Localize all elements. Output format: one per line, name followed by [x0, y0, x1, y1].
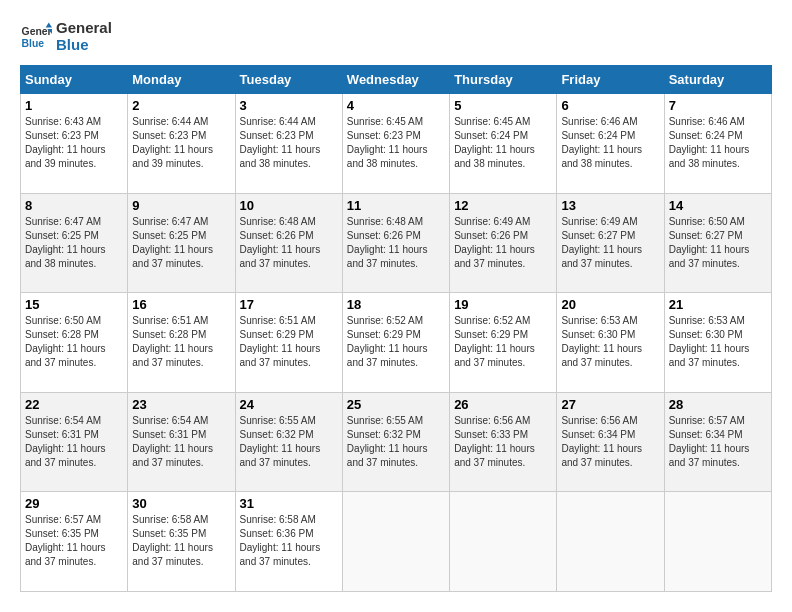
calendar-cell: 4 Sunrise: 6:45 AMSunset: 6:23 PMDayligh…	[342, 94, 449, 194]
calendar-cell: 31 Sunrise: 6:58 AMSunset: 6:36 PMDaylig…	[235, 492, 342, 592]
page: General Blue General Blue SundayMondayTu…	[0, 0, 792, 612]
calendar-row: 8 Sunrise: 6:47 AMSunset: 6:25 PMDayligh…	[21, 193, 772, 293]
weekday-header-friday: Friday	[557, 66, 664, 94]
svg-marker-2	[46, 22, 52, 27]
calendar-cell	[450, 492, 557, 592]
day-number: 18	[347, 297, 445, 312]
day-info: Sunrise: 6:50 AMSunset: 6:28 PMDaylight:…	[25, 315, 106, 368]
day-number: 26	[454, 397, 552, 412]
day-info: Sunrise: 6:54 AMSunset: 6:31 PMDaylight:…	[25, 415, 106, 468]
day-number: 21	[669, 297, 767, 312]
logo: General Blue General Blue	[20, 20, 112, 53]
day-info: Sunrise: 6:58 AMSunset: 6:35 PMDaylight:…	[132, 514, 213, 567]
calendar-cell: 30 Sunrise: 6:58 AMSunset: 6:35 PMDaylig…	[128, 492, 235, 592]
svg-text:Blue: Blue	[22, 37, 45, 48]
day-info: Sunrise: 6:57 AMSunset: 6:35 PMDaylight:…	[25, 514, 106, 567]
calendar-cell: 27 Sunrise: 6:56 AMSunset: 6:34 PMDaylig…	[557, 392, 664, 492]
calendar-row: 29 Sunrise: 6:57 AMSunset: 6:35 PMDaylig…	[21, 492, 772, 592]
calendar-cell: 3 Sunrise: 6:44 AMSunset: 6:23 PMDayligh…	[235, 94, 342, 194]
calendar-cell	[664, 492, 771, 592]
calendar-cell: 1 Sunrise: 6:43 AMSunset: 6:23 PMDayligh…	[21, 94, 128, 194]
day-info: Sunrise: 6:46 AMSunset: 6:24 PMDaylight:…	[669, 116, 750, 169]
calendar-cell: 17 Sunrise: 6:51 AMSunset: 6:29 PMDaylig…	[235, 293, 342, 393]
day-info: Sunrise: 6:56 AMSunset: 6:34 PMDaylight:…	[561, 415, 642, 468]
day-info: Sunrise: 6:52 AMSunset: 6:29 PMDaylight:…	[454, 315, 535, 368]
day-number: 29	[25, 496, 123, 511]
day-info: Sunrise: 6:53 AMSunset: 6:30 PMDaylight:…	[669, 315, 750, 368]
calendar-cell: 18 Sunrise: 6:52 AMSunset: 6:29 PMDaylig…	[342, 293, 449, 393]
day-number: 16	[132, 297, 230, 312]
calendar-cell: 28 Sunrise: 6:57 AMSunset: 6:34 PMDaylig…	[664, 392, 771, 492]
day-number: 4	[347, 98, 445, 113]
day-info: Sunrise: 6:56 AMSunset: 6:33 PMDaylight:…	[454, 415, 535, 468]
day-number: 6	[561, 98, 659, 113]
calendar-cell: 9 Sunrise: 6:47 AMSunset: 6:25 PMDayligh…	[128, 193, 235, 293]
calendar-cell: 11 Sunrise: 6:48 AMSunset: 6:26 PMDaylig…	[342, 193, 449, 293]
header: General Blue General Blue	[20, 20, 772, 53]
day-number: 17	[240, 297, 338, 312]
calendar-cell: 14 Sunrise: 6:50 AMSunset: 6:27 PMDaylig…	[664, 193, 771, 293]
day-info: Sunrise: 6:53 AMSunset: 6:30 PMDaylight:…	[561, 315, 642, 368]
day-number: 27	[561, 397, 659, 412]
day-info: Sunrise: 6:46 AMSunset: 6:24 PMDaylight:…	[561, 116, 642, 169]
day-number: 9	[132, 198, 230, 213]
logo-icon: General Blue	[20, 21, 52, 53]
day-info: Sunrise: 6:52 AMSunset: 6:29 PMDaylight:…	[347, 315, 428, 368]
day-number: 14	[669, 198, 767, 213]
day-info: Sunrise: 6:45 AMSunset: 6:23 PMDaylight:…	[347, 116, 428, 169]
svg-text:General: General	[22, 26, 52, 37]
weekday-header-sunday: Sunday	[21, 66, 128, 94]
day-number: 8	[25, 198, 123, 213]
day-number: 11	[347, 198, 445, 213]
calendar-cell: 21 Sunrise: 6:53 AMSunset: 6:30 PMDaylig…	[664, 293, 771, 393]
day-info: Sunrise: 6:48 AMSunset: 6:26 PMDaylight:…	[240, 216, 321, 269]
day-number: 5	[454, 98, 552, 113]
calendar-cell: 23 Sunrise: 6:54 AMSunset: 6:31 PMDaylig…	[128, 392, 235, 492]
weekday-header-saturday: Saturday	[664, 66, 771, 94]
day-info: Sunrise: 6:51 AMSunset: 6:29 PMDaylight:…	[240, 315, 321, 368]
day-info: Sunrise: 6:45 AMSunset: 6:24 PMDaylight:…	[454, 116, 535, 169]
calendar-row: 1 Sunrise: 6:43 AMSunset: 6:23 PMDayligh…	[21, 94, 772, 194]
calendar-cell: 24 Sunrise: 6:55 AMSunset: 6:32 PMDaylig…	[235, 392, 342, 492]
day-info: Sunrise: 6:44 AMSunset: 6:23 PMDaylight:…	[240, 116, 321, 169]
calendar-cell: 7 Sunrise: 6:46 AMSunset: 6:24 PMDayligh…	[664, 94, 771, 194]
day-number: 28	[669, 397, 767, 412]
day-number: 20	[561, 297, 659, 312]
calendar-cell: 8 Sunrise: 6:47 AMSunset: 6:25 PMDayligh…	[21, 193, 128, 293]
day-info: Sunrise: 6:57 AMSunset: 6:34 PMDaylight:…	[669, 415, 750, 468]
calendar-cell: 12 Sunrise: 6:49 AMSunset: 6:26 PMDaylig…	[450, 193, 557, 293]
calendar-cell	[557, 492, 664, 592]
day-info: Sunrise: 6:54 AMSunset: 6:31 PMDaylight:…	[132, 415, 213, 468]
calendar-cell: 10 Sunrise: 6:48 AMSunset: 6:26 PMDaylig…	[235, 193, 342, 293]
day-info: Sunrise: 6:51 AMSunset: 6:28 PMDaylight:…	[132, 315, 213, 368]
day-info: Sunrise: 6:44 AMSunset: 6:23 PMDaylight:…	[132, 116, 213, 169]
day-info: Sunrise: 6:50 AMSunset: 6:27 PMDaylight:…	[669, 216, 750, 269]
day-number: 23	[132, 397, 230, 412]
day-info: Sunrise: 6:43 AMSunset: 6:23 PMDaylight:…	[25, 116, 106, 169]
day-number: 24	[240, 397, 338, 412]
calendar-cell: 13 Sunrise: 6:49 AMSunset: 6:27 PMDaylig…	[557, 193, 664, 293]
day-number: 22	[25, 397, 123, 412]
weekday-header-tuesday: Tuesday	[235, 66, 342, 94]
weekday-header-thursday: Thursday	[450, 66, 557, 94]
calendar-cell: 20 Sunrise: 6:53 AMSunset: 6:30 PMDaylig…	[557, 293, 664, 393]
calendar-cell: 5 Sunrise: 6:45 AMSunset: 6:24 PMDayligh…	[450, 94, 557, 194]
day-number: 12	[454, 198, 552, 213]
day-info: Sunrise: 6:58 AMSunset: 6:36 PMDaylight:…	[240, 514, 321, 567]
day-info: Sunrise: 6:55 AMSunset: 6:32 PMDaylight:…	[347, 415, 428, 468]
day-number: 7	[669, 98, 767, 113]
day-number: 3	[240, 98, 338, 113]
day-number: 2	[132, 98, 230, 113]
day-number: 15	[25, 297, 123, 312]
calendar-cell	[342, 492, 449, 592]
weekday-header-row: SundayMondayTuesdayWednesdayThursdayFrid…	[21, 66, 772, 94]
calendar-row: 22 Sunrise: 6:54 AMSunset: 6:31 PMDaylig…	[21, 392, 772, 492]
day-info: Sunrise: 6:47 AMSunset: 6:25 PMDaylight:…	[25, 216, 106, 269]
calendar-row: 15 Sunrise: 6:50 AMSunset: 6:28 PMDaylig…	[21, 293, 772, 393]
calendar-cell: 19 Sunrise: 6:52 AMSunset: 6:29 PMDaylig…	[450, 293, 557, 393]
calendar-cell: 6 Sunrise: 6:46 AMSunset: 6:24 PMDayligh…	[557, 94, 664, 194]
calendar-cell: 15 Sunrise: 6:50 AMSunset: 6:28 PMDaylig…	[21, 293, 128, 393]
day-number: 31	[240, 496, 338, 511]
day-number: 30	[132, 496, 230, 511]
calendar-cell: 25 Sunrise: 6:55 AMSunset: 6:32 PMDaylig…	[342, 392, 449, 492]
